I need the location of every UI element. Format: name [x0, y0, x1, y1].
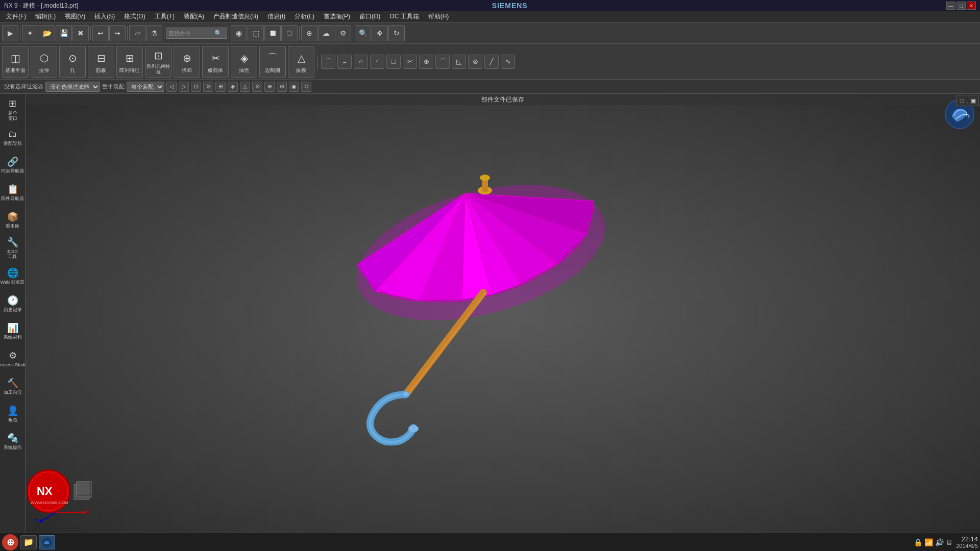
- fit-btn[interactable]: ☁: [318, 25, 334, 41]
- edge-round-icon: ⌒: [264, 50, 281, 66]
- filter-dropdown[interactable]: 没有选择过滤器: [45, 82, 100, 92]
- sidebar-item-sys-ops[interactable]: 🔩 系统操作: [1, 428, 24, 455]
- sidebar-item-sys-materials[interactable]: 📊 系统材料: [1, 318, 24, 344]
- open-btn[interactable]: 📂: [39, 25, 55, 41]
- unite-btn[interactable]: ⊕ 求和: [174, 46, 200, 78]
- sidebar-item-web-browser[interactable]: 🌐 Web 浏览器: [1, 263, 24, 289]
- sel-icon-10[interactable]: ⊗: [277, 82, 287, 92]
- shell-btn[interactable]: ◈ 抽壳: [231, 46, 257, 78]
- arc-btn[interactable]: ◜: [370, 55, 384, 69]
- rect-btn[interactable]: □: [386, 55, 401, 69]
- pt-btn[interactable]: ⊗: [468, 55, 482, 69]
- window-controls[interactable]: — □ ✕: [946, 2, 976, 10]
- sel-icon-11[interactable]: ◉: [289, 82, 299, 92]
- trim-btn[interactable]: ✂: [403, 55, 417, 69]
- shade-btn[interactable]: 🔲: [264, 25, 281, 41]
- circle-btn[interactable]: ○: [354, 55, 368, 69]
- sel-icon-7[interactable]: △: [240, 82, 250, 92]
- menu-pmi[interactable]: 产品制造信息(B): [209, 11, 262, 22]
- viewport[interactable]: 部件文件已保存: [26, 94, 980, 533]
- line-btn[interactable]: ╱: [484, 55, 499, 69]
- hole-btn[interactable]: ⊙ 孔: [59, 46, 86, 78]
- sidebar-item-assembly-nav[interactable]: 🗂 装配导航: [1, 124, 24, 151]
- extrude-label: 拉伸: [39, 67, 49, 73]
- menu-tools[interactable]: 工具(T): [151, 11, 179, 22]
- undo-btn[interactable]: ↩: [92, 25, 109, 41]
- edge-btn[interactable]: ⬡: [281, 25, 298, 41]
- chamfer-btn[interactable]: ◺: [452, 55, 466, 69]
- display-mode-btn[interactable]: ◉: [231, 25, 247, 41]
- taskbar-explorer-btn[interactable]: 📁: [20, 535, 37, 549]
- sel-icon-6[interactable]: ◈: [228, 82, 238, 92]
- new-btn[interactable]: ✦: [22, 25, 38, 41]
- filter-btn[interactable]: ⚗: [146, 25, 162, 41]
- curve-btn-2[interactable]: ⌣: [337, 55, 352, 69]
- sidebar-item-multi-window[interactable]: ⊞ 多个窗口: [1, 96, 24, 123]
- pan-btn[interactable]: ✥: [372, 25, 388, 41]
- menu-oc-tools[interactable]: OC 工具箱: [385, 11, 423, 22]
- zoom-btn[interactable]: 🔍: [355, 25, 371, 41]
- datum-plane-btn[interactable]: ◫ 基准平面: [2, 46, 29, 78]
- sidebar-item-process-studio[interactable]: ⚙ Process Studio: [1, 345, 24, 372]
- menu-window[interactable]: 窗口(O): [355, 11, 384, 22]
- orient-btn[interactable]: ⚙: [335, 25, 351, 41]
- sidebar-item-constraint-nav[interactable]: 🔗 约束导航器: [1, 152, 24, 179]
- maximize-button[interactable]: □: [957, 2, 966, 10]
- viewport-options-btn[interactable]: ▣: [968, 95, 979, 106]
- sel-icon-3[interactable]: ⊡: [191, 82, 201, 92]
- minimize-button[interactable]: —: [946, 2, 955, 10]
- trim-body-btn[interactable]: ✂ 修剪体: [202, 46, 229, 78]
- sel-icon-4[interactable]: ⊘: [203, 82, 213, 92]
- canvas-area[interactable]: Y X Z: [26, 94, 980, 533]
- sel-icon-12[interactable]: ⊜: [301, 82, 311, 92]
- sidebar-item-part-nav[interactable]: 📋 部件导航器: [1, 180, 24, 206]
- sidebar-item-hd3d[interactable]: 🔧 知3D工具: [1, 235, 24, 262]
- search-input[interactable]: [168, 30, 214, 36]
- draft-btn[interactable]: △ 拔模: [288, 46, 314, 78]
- menu-help[interactable]: 帮助(H): [424, 11, 453, 22]
- menu-info[interactable]: 信息(I): [263, 11, 289, 22]
- curve-btn-1[interactable]: ⌒: [321, 55, 335, 69]
- extrude-btn[interactable]: ⬡ 拉伸: [31, 46, 57, 78]
- selection-mode-btn[interactable]: ▱: [129, 25, 145, 41]
- snap-view-btn[interactable]: ⊕: [301, 25, 317, 41]
- sel-icon-1[interactable]: ◁: [166, 82, 177, 92]
- spline-btn[interactable]: ∿: [501, 55, 515, 69]
- fillet-btn[interactable]: ⌒: [435, 55, 450, 69]
- sel-icon-2[interactable]: ▷: [179, 82, 189, 92]
- sel-icon-5[interactable]: ⊞: [215, 82, 226, 92]
- menu-view[interactable]: 视图(V): [61, 11, 89, 22]
- process-studio-label: Process Studio: [0, 362, 26, 368]
- command-search-box[interactable]: 🔍: [166, 28, 227, 39]
- sidebar-item-reuse-lib[interactable]: 📦 重用库: [1, 207, 24, 234]
- menu-file[interactable]: 文件(F): [2, 11, 30, 22]
- pattern-geometry-btn[interactable]: ⊡ 阵列几何特征: [145, 46, 172, 78]
- menu-insert[interactable]: 插入(S): [90, 11, 119, 22]
- taskbar-nx-btn[interactable]: [39, 535, 55, 549]
- menu-analysis[interactable]: 分析(L): [290, 11, 318, 22]
- menu-assembly[interactable]: 装配(A): [180, 11, 208, 22]
- close-btn[interactable]: ✖: [72, 25, 89, 41]
- sel-icon-9[interactable]: ⊕: [264, 82, 275, 92]
- render-btn[interactable]: ⬚: [248, 25, 264, 41]
- sidebar-item-role[interactable]: 👤 角色: [1, 400, 24, 427]
- edge-round-btn[interactable]: ⌒ 边制圆: [259, 46, 286, 78]
- menu-format[interactable]: 格式(O): [120, 11, 149, 22]
- redo-btn[interactable]: ↪: [109, 25, 126, 41]
- rotate-btn[interactable]: ↻: [388, 25, 405, 41]
- start-button[interactable]: ▶: [2, 25, 18, 41]
- rib-btn[interactable]: ⊟ 筋板: [88, 46, 114, 78]
- sel-icon-8[interactable]: ⊙: [252, 82, 262, 92]
- assembly-dropdown[interactable]: 整个装配: [127, 82, 164, 92]
- viewport-expand-btn[interactable]: □: [956, 95, 967, 106]
- sidebar-item-machining-wizard[interactable]: 🔨 加工向导: [1, 373, 24, 399]
- start-menu-button[interactable]: ⊕: [2, 534, 18, 550]
- sidebar-item-history[interactable]: 🕐 历史记录: [1, 290, 24, 317]
- save-btn[interactable]: 💾: [56, 25, 72, 41]
- extend-btn[interactable]: ⊕: [419, 55, 433, 69]
- sys-ops-label: 系统操作: [4, 445, 22, 450]
- pattern-feature-btn[interactable]: ⊞ 阵列特征: [116, 46, 143, 78]
- close-button[interactable]: ✕: [967, 2, 976, 10]
- menu-edit[interactable]: 编辑(E): [31, 11, 60, 22]
- menu-preferences[interactable]: 首选项(P): [320, 11, 354, 22]
